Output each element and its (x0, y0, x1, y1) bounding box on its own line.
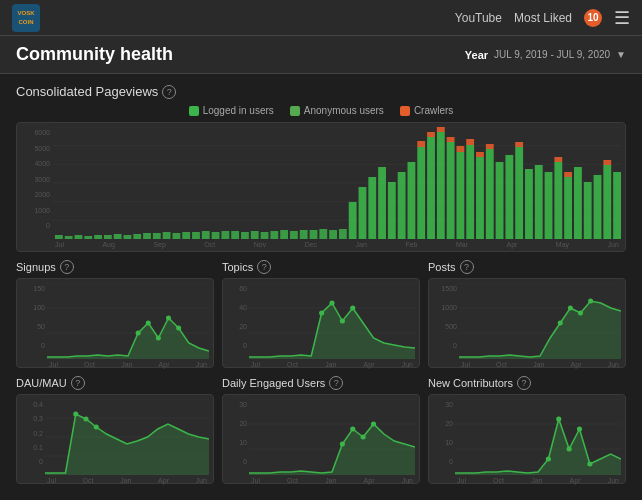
svg-rect-15 (104, 235, 112, 239)
dau-mau-section: DAU/MAU ? 0.4 0.3 0.2 0.1 0 (16, 376, 214, 484)
svg-rect-55 (496, 162, 504, 239)
svg-rect-63 (574, 167, 582, 239)
dau-mau-svg (45, 399, 209, 475)
topics-y-60: 60 (227, 285, 247, 292)
legend-logged-in-label: Logged in users (203, 105, 274, 116)
x-tick-jun20: Jun (608, 241, 619, 248)
signups-y-100: 100 (21, 304, 45, 311)
svg-marker-116 (45, 414, 209, 475)
svg-rect-56 (505, 155, 513, 239)
y-label-4000: 4000 (21, 160, 50, 167)
svg-rect-31 (261, 232, 269, 239)
svg-rect-44 (388, 182, 396, 239)
daily-engaged-help-icon[interactable]: ? (329, 376, 343, 390)
dau-mau-label: DAU/MAU (16, 377, 67, 389)
nav-right: YouTube Most Liked 10 ☰ (455, 7, 630, 29)
svg-rect-51 (456, 152, 464, 239)
nav-most-liked[interactable]: Most Liked (514, 11, 572, 25)
nav-youtube[interactable]: YouTube (455, 11, 502, 25)
daily-y-30: 30 (227, 401, 247, 408)
svg-rect-30 (251, 231, 259, 239)
svg-rect-11 (65, 236, 73, 239)
signups-y-150: 150 (21, 285, 45, 292)
svg-marker-125 (249, 424, 415, 475)
daily-engaged-title: Daily Engaged Users ? (222, 376, 420, 390)
new-contributors-x-ticks: Jul Oct Jan Apr Jun (455, 477, 621, 484)
svg-rect-76 (515, 142, 523, 147)
year-selector[interactable]: Year JUL 9, 2019 - JUL 9, 2020 ▼ (465, 49, 626, 61)
x-tick-aug19: Aug (102, 241, 114, 248)
legend-logged-in: Logged in users (189, 105, 274, 116)
signups-section: Signups ? 150 100 50 0 (16, 260, 214, 368)
daily-engaged-section: Daily Engaged Users ? 30 20 10 0 (222, 376, 420, 484)
x-tick-jan20: Jan (356, 241, 367, 248)
new-contributors-section: New Contributors ? 30 20 10 0 (428, 376, 626, 484)
topics-label: Topics (222, 261, 253, 273)
topics-x-ticks: Jul Oct Jan Apr Jun (249, 361, 415, 368)
posts-label: Posts (428, 261, 456, 273)
svg-rect-69 (427, 132, 435, 137)
topics-y-40: 40 (227, 304, 247, 311)
signups-help-icon[interactable]: ? (60, 260, 74, 274)
posts-help-icon[interactable]: ? (460, 260, 474, 274)
dau-mau-title: DAU/MAU ? (16, 376, 214, 390)
svg-rect-19 (143, 233, 151, 239)
svg-rect-23 (182, 232, 190, 239)
new-contributors-title: New Contributors ? (428, 376, 626, 390)
y-label-0: 0 (21, 222, 50, 229)
dau-mau-chart: 0.4 0.3 0.2 0.1 0 (16, 394, 214, 484)
posts-y-1000: 1000 (433, 304, 457, 311)
dau-mau-help-icon[interactable]: ? (71, 376, 85, 390)
daily-engaged-label: Daily Engaged Users (222, 377, 325, 389)
svg-rect-57 (515, 147, 523, 239)
contrib-y-0: 0 (433, 458, 453, 465)
svg-rect-68 (417, 141, 425, 147)
logo: VOSK COIN (12, 4, 40, 32)
x-tick-dec19: Dec (305, 241, 317, 248)
dropdown-arrow-icon: ▼ (616, 49, 626, 60)
y-label-6000: 6000 (21, 129, 50, 136)
dau-mau-y-01: 0.1 (21, 444, 43, 451)
svg-rect-25 (202, 231, 210, 239)
svg-rect-33 (280, 230, 288, 239)
notification-badge[interactable]: 10 (584, 9, 602, 27)
svg-rect-43 (378, 167, 386, 239)
svg-rect-52 (466, 145, 474, 239)
svg-rect-14 (94, 235, 102, 239)
svg-rect-41 (359, 187, 367, 239)
dau-mau-x-ticks: Jul Oct Jan Apr Jun (45, 477, 209, 484)
svg-rect-59 (535, 165, 543, 239)
svg-rect-22 (172, 233, 180, 239)
y-label-5000: 5000 (21, 145, 50, 152)
svg-rect-39 (339, 229, 347, 239)
svg-rect-79 (603, 160, 611, 165)
svg-rect-38 (329, 230, 337, 239)
new-contributors-label: New Contributors (428, 377, 513, 389)
consolidated-pageviews-help-icon[interactable]: ? (162, 85, 176, 99)
topics-help-icon[interactable]: ? (257, 260, 271, 274)
new-contributors-svg (455, 399, 621, 475)
svg-marker-89 (47, 318, 209, 359)
y-label-1000: 1000 (21, 207, 50, 214)
consolidated-pageviews-chart: 6000 5000 4000 3000 2000 1000 0 (16, 122, 626, 252)
svg-rect-47 (417, 147, 425, 239)
new-contributors-help-icon[interactable]: ? (517, 376, 531, 390)
consolidated-pageviews-section-title: Consolidated Pageviews ? (16, 84, 626, 99)
legend-anonymous: Anonymous users (290, 105, 384, 116)
svg-rect-48 (427, 137, 435, 239)
contrib-y-30: 30 (433, 401, 453, 408)
svg-rect-53 (476, 157, 484, 239)
svg-rect-74 (476, 152, 484, 157)
year-label: Year (465, 49, 488, 61)
legend-crawlers-dot (400, 106, 410, 116)
main-chart-x-ticks: Jul Aug Sep Oct Nov Dec Jan Feb Mar Apr … (53, 241, 621, 248)
svg-rect-42 (368, 177, 376, 239)
svg-rect-16 (114, 234, 122, 239)
daily-engaged-chart: 30 20 10 0 (222, 394, 420, 484)
dau-mau-y-02: 0.2 (21, 430, 43, 437)
hamburger-icon[interactable]: ☰ (614, 7, 630, 29)
signups-y-50: 50 (21, 323, 45, 330)
daily-y-10: 10 (227, 439, 247, 446)
svg-rect-34 (290, 231, 298, 239)
topics-title: Topics ? (222, 260, 420, 274)
